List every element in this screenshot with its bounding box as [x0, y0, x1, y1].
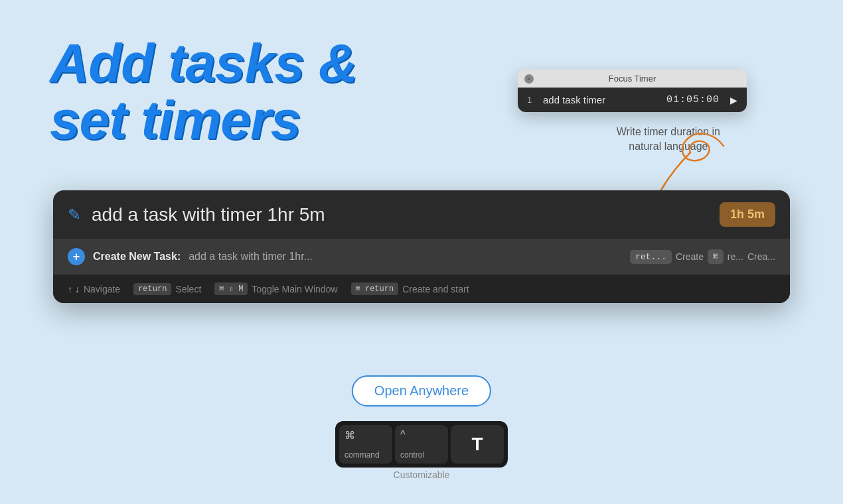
control-key: ^ control — [395, 425, 448, 464]
control-symbol: ^ — [400, 429, 406, 441]
select-label: Select — [175, 284, 201, 294]
navigate-shortcut: ↑ ↓ Navigate — [68, 284, 120, 294]
shortcut-ret: ret... — [630, 250, 672, 264]
create-start-shortcut: ⌘ return Create and start — [351, 283, 469, 295]
customizable-label: Customizable — [394, 470, 450, 480]
t-key: T — [451, 425, 504, 464]
arrow-keys-icon: ↑ ↓ — [68, 284, 80, 294]
result-shortcuts: ret... Create ⌘ re... Crea... — [630, 249, 775, 264]
close-icon[interactable]: ✕ — [524, 74, 534, 84]
control-label: control — [400, 450, 424, 460]
search-bar-container: ✎ add a task with timer 1hr 5m 1h 5m + C… — [53, 190, 790, 303]
command-key: ⌘ command — [339, 425, 392, 464]
shortcuts-bar: ↑ ↓ Navigate return Select ⌘ ⇧ M Toggle … — [53, 275, 790, 303]
play-icon[interactable]: ▶ — [730, 95, 737, 105]
search-input-text[interactable]: add a task with timer 1hr 5m — [92, 204, 709, 225]
select-shortcut: return Select — [133, 283, 201, 295]
timer-display: 01:05:00 — [666, 94, 720, 105]
search-result-row[interactable]: + Create New Task: add a task with timer… — [53, 239, 790, 275]
focus-timer-titlebar: ✕ Focus Timer — [518, 70, 747, 88]
edit-icon: ✎ — [68, 206, 81, 224]
command-symbol: ⌘ — [345, 429, 355, 442]
task-name: add task timer — [543, 94, 660, 105]
shortcut-re: re... — [728, 251, 743, 262]
timer-badge: 1h 5m — [720, 202, 775, 227]
task-number: 1 — [527, 95, 536, 105]
result-text: add a task with timer 1hr... — [189, 251, 622, 263]
shortcut-cmd: ⌘ — [708, 249, 724, 264]
create-start-label: Create and start — [402, 284, 469, 294]
toggle-keys: ⌘ ⇧ M — [214, 283, 248, 295]
return-key: return — [133, 283, 171, 295]
navigate-label: Navigate — [84, 284, 120, 294]
keyboard-shortcut-display: ⌘ command ^ control T — [335, 421, 508, 468]
toggle-shortcut: ⌘ ⇧ M Toggle Main Window — [214, 283, 337, 295]
shortcut-crea: Crea... — [747, 251, 775, 262]
focus-timer-title: Focus Timer — [609, 74, 656, 84]
toggle-label: Toggle Main Window — [252, 284, 337, 294]
open-anywhere-button[interactable]: Open Anywhere — [352, 375, 491, 407]
cmd-return-key: ⌘ return — [351, 283, 399, 295]
shortcut-create: Create — [676, 251, 704, 262]
result-label: Create New Task: — [93, 251, 181, 263]
plus-icon: + — [68, 248, 85, 265]
command-label: command — [345, 450, 380, 460]
hero-title: Add tasks & set timers — [50, 34, 357, 149]
search-input-row: ✎ add a task with timer 1hr 5m 1h 5m — [53, 190, 790, 239]
